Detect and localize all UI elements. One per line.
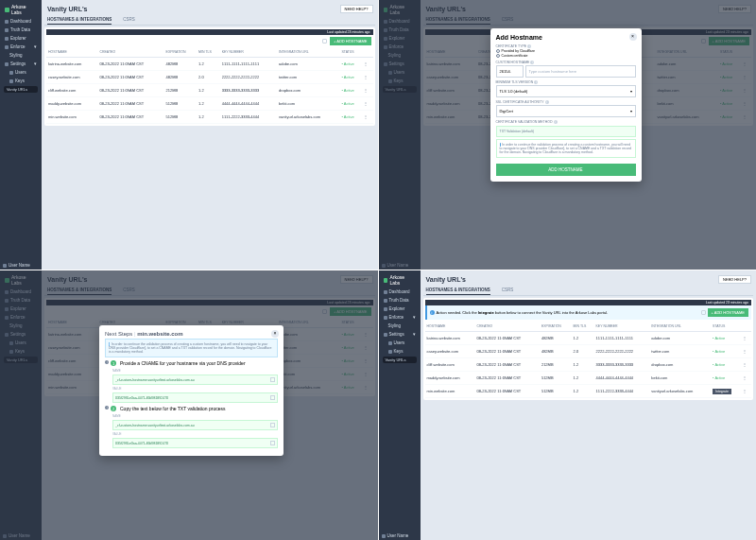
copy-button[interactable] (270, 377, 275, 382)
nav-keys[interactable]: Keys (2, 77, 40, 85)
col-header: CREATED (475, 322, 540, 332)
nav-styling[interactable]: Styling (2, 51, 40, 60)
info-icon: i (430, 310, 435, 315)
ca-select[interactable]: DigiCert▾ (496, 105, 636, 117)
row-menu-button[interactable]: ⋮ (362, 58, 372, 71)
status-badge: Active (341, 101, 353, 106)
nav-truthdata[interactable]: Truth Data (2, 26, 40, 34)
table-row: katrina.website.com08-23-2022 11:09AM CS… (46, 58, 373, 71)
ca-label: SSL CERTIFICATE AUTHORITYi (496, 100, 636, 104)
main-content: Vanity URL's NEED HELP? HOSTNAMES & INTE… (42, 0, 378, 270)
user-profile[interactable]: User Name (3, 263, 30, 268)
quadrant-add-modal: Arkose Labs Dashboard Truth Data Explore… (379, 0, 757, 270)
hostname-prefix-input[interactable]: 26154. (496, 65, 524, 78)
status-badge: Active (713, 336, 725, 340)
row-menu-button[interactable]: ⋮ (741, 372, 751, 385)
table-row: casey.website.com08-23-2022 11:09AM CST4… (46, 71, 373, 84)
validation-value: TXT Validation (default) (496, 126, 636, 137)
col-header: STATUS (339, 47, 362, 58)
add-hostname-submit[interactable]: ADD HOSTNAME (496, 164, 636, 176)
close-button[interactable]: × (629, 33, 637, 41)
refresh-button[interactable] (701, 310, 706, 315)
col-header: STATUS (711, 322, 741, 332)
col-header: CREATED (97, 47, 163, 58)
row-menu-button[interactable]: ⋮ (741, 385, 751, 398)
row-menu-button[interactable]: ⋮ (741, 332, 751, 345)
table-row: katrina.website.com08-23-2022 11:09AM CS… (425, 332, 752, 345)
info-icon[interactable]: i (527, 44, 531, 48)
col-header: MIN TLS (197, 47, 220, 58)
col-header: INTEGRATION URL (649, 322, 711, 332)
integrate-button[interactable]: Integrate (713, 389, 731, 394)
sidebar: Arkose Labs Dashboard Truth Data Explore… (0, 0, 42, 270)
copy-button[interactable] (270, 441, 275, 445)
copy-button[interactable] (270, 395, 275, 400)
status-badge: Active (713, 349, 725, 354)
close-button[interactable]: × (271, 330, 279, 338)
refresh-button[interactable] (322, 39, 327, 44)
radio-icon (496, 54, 500, 58)
table-row: min.website.com08-23-2022 11:09AM CST512… (46, 111, 373, 124)
table-row: cliff.website.com08-23-2022 11:09AM CST2… (46, 84, 373, 97)
add-hostname-button[interactable]: + ADD HOSTNAME (708, 308, 748, 317)
key-icon (9, 79, 13, 83)
nav-settings[interactable]: Settings▾ (2, 60, 40, 68)
copy-button[interactable] (270, 423, 275, 427)
tabs: HOSTNAMES & INTEGRATIONS CSRS (44, 15, 375, 26)
status-badge: Active (713, 362, 725, 367)
col-header: KEY NUMBER (593, 322, 649, 332)
modal-note: iIn order to continue the validation pro… (496, 139, 636, 158)
chevron-down-icon: ▾ (34, 44, 37, 49)
enforce-icon (5, 45, 9, 49)
step-2: i2Copy the text below for the TXT valida… (105, 406, 278, 411)
row-menu-button[interactable]: ⋮ (362, 111, 372, 124)
table-row: maddy.website.com08-23-2022 11:09AM CST5… (425, 372, 752, 385)
users-icon (9, 71, 13, 75)
col-header: HOSTNAME (425, 322, 475, 332)
info-icon[interactable]: i (105, 406, 109, 409)
cert-type-label: CERTIFICATE TYPEi (496, 44, 636, 48)
status-badge: Active (341, 75, 353, 79)
hostnames-table: HOSTNAMECREATEDEXPIRATIONMIN TLSKEY NUMB… (46, 47, 373, 124)
nav-explorer[interactable]: Explorer (2, 34, 40, 43)
data-icon (5, 28, 9, 32)
hostname-label: CUSTOM HOSTNAMEi (496, 61, 636, 64)
add-hostname-button[interactable]: + ADD HOSTNAME (330, 37, 370, 45)
quadrant-steps-modal: Arkose Labs Dashboard Truth Data Explore… (0, 270, 378, 540)
chevron-down-icon: ▾ (630, 109, 632, 113)
logo: Arkose Labs (2, 2, 40, 17)
intro-note: iIn order to continue the validation pro… (105, 339, 278, 357)
col-header: EXPIRATION (540, 322, 572, 332)
info-icon[interactable]: i (105, 360, 109, 364)
help-button[interactable]: NEED HELP? (340, 5, 373, 13)
hostname-input[interactable]: Type custom hostname here (525, 65, 636, 78)
col-header: KEY NUMBER (220, 47, 277, 58)
row-menu-button[interactable]: ⋮ (741, 345, 751, 358)
row-menu-button[interactable]: ⋮ (362, 84, 372, 97)
step-1: i1Provide a CNAME for your hostname via … (105, 360, 278, 366)
tab-hostnames[interactable]: HOSTNAMES & INTEGRATIONS (47, 15, 112, 25)
row-menu-button[interactable]: ⋮ (362, 97, 372, 111)
name-label: NAME (112, 369, 278, 373)
cname-name-box: _cf-custom-hostname.vanityurltest.arkose… (112, 375, 278, 385)
nav-vanity[interactable]: Vanity URLs (4, 86, 38, 93)
dashboard-icon (5, 20, 9, 24)
row-menu-button[interactable]: ⋮ (741, 358, 751, 372)
gear-icon (5, 62, 9, 66)
nav-dashboard[interactable]: Dashboard (2, 17, 40, 26)
tab-csrs[interactable]: CSRS (123, 15, 135, 25)
table-row: cliff.website.com08-23-2022 11:09AM CST2… (425, 358, 752, 372)
avatar-icon (3, 264, 7, 268)
tls-select[interactable]: TLS 1.0 (default)▾ (496, 85, 636, 97)
table-row: min.website.com08-23-2022 11:09AM CST512… (425, 385, 752, 398)
value-label: VALUE (112, 387, 278, 391)
logo-icon (5, 8, 9, 12)
chevron-down-icon: ▾ (630, 89, 632, 94)
row-menu-button[interactable]: ⋮ (362, 71, 372, 84)
nav-enforce[interactable]: Enforce▾ (2, 43, 40, 51)
nav-users[interactable]: Users (2, 68, 40, 77)
status-badge: Active (341, 61, 353, 66)
txt-value-box: 035f29f3-e0aa-4471-83d981892470 (112, 438, 278, 448)
radio-custom[interactable]: Custom certificate (496, 54, 636, 58)
radio-cloudflare[interactable]: Provided by Cloudflare (496, 49, 636, 53)
